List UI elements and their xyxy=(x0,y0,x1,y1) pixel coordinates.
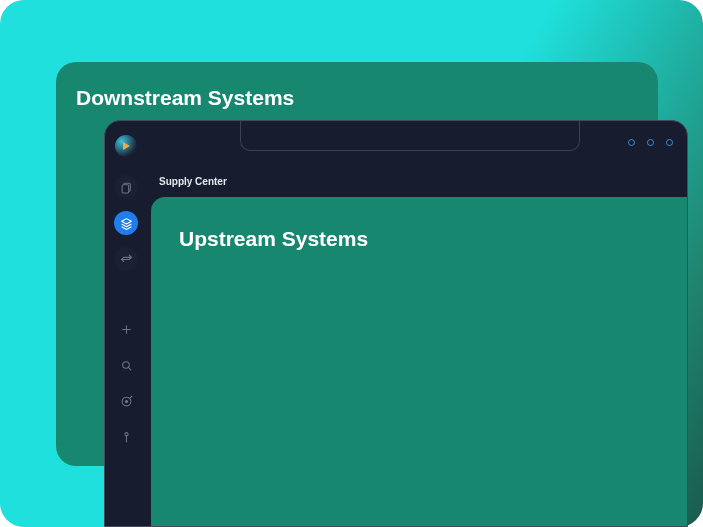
sidebar-item-pin[interactable] xyxy=(114,425,138,449)
app-logo-icon xyxy=(115,135,137,157)
breadcrumb: Supply Center xyxy=(159,176,227,187)
sidebar-item-add[interactable] xyxy=(114,317,138,341)
window-controls xyxy=(628,139,673,146)
window-control-max-icon[interactable] xyxy=(647,139,654,146)
upstream-title: Upstream Systems xyxy=(179,227,663,251)
search-icon xyxy=(120,359,133,372)
svg-marker-0 xyxy=(123,142,130,150)
transfer-icon xyxy=(120,253,133,266)
sidebar-item-search[interactable] xyxy=(114,353,138,377)
svg-line-7 xyxy=(128,367,130,369)
pin-icon xyxy=(120,431,133,444)
target-icon xyxy=(120,395,133,408)
sidebar-item-layers[interactable] xyxy=(114,211,138,235)
svg-marker-3 xyxy=(121,218,131,223)
layers-icon xyxy=(120,217,133,230)
svg-line-10 xyxy=(129,396,131,398)
content-pane: Upstream Systems xyxy=(151,197,688,527)
sidebar-item-transfer[interactable] xyxy=(114,247,138,271)
sidebar xyxy=(105,165,147,526)
svg-point-9 xyxy=(125,400,127,402)
window-control-min-icon[interactable] xyxy=(628,139,635,146)
sidebar-item-clipboard[interactable] xyxy=(114,175,138,199)
window-control-close-icon[interactable] xyxy=(666,139,673,146)
plus-icon xyxy=(120,323,133,336)
app-window: Supply Center Upstream Systems xyxy=(104,120,688,527)
clipboard-icon xyxy=(120,181,133,194)
sidebar-item-target[interactable] xyxy=(114,389,138,413)
downstream-title: Downstream Systems xyxy=(76,86,638,110)
svg-rect-2 xyxy=(122,184,129,192)
titlebar-outline xyxy=(240,120,580,151)
